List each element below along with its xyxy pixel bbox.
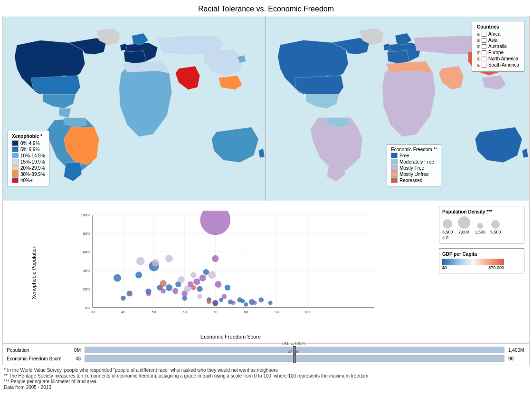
checkbox-4[interactable]: [482, 57, 486, 61]
bottom-section: Xenophobic Population Economic Freedom S…: [2, 201, 530, 344]
bubble-27[interactable]: [200, 275, 206, 281]
checkbox-5[interactable]: [482, 63, 486, 68]
population-slider-row: Population 0M 0M..1,400M 1,400M: [3, 346, 529, 354]
bubble-34[interactable]: [212, 300, 218, 306]
checkbox-3[interactable]: [482, 50, 486, 55]
bubble-37[interactable]: [222, 294, 227, 299]
bubble-24[interactable]: [193, 279, 200, 285]
color-swatch-6: [12, 177, 19, 183]
checkbox-0[interactable]: [482, 32, 486, 37]
y-tick-60: 60%: [83, 250, 90, 254]
footnote-3: *** People per square kilometer of land …: [4, 379, 528, 384]
checkbox-2[interactable]: [482, 44, 486, 49]
xenophobic-legend-title: Xenophobic *: [12, 134, 45, 139]
footnote-1: * In the World Value Survey, people who …: [4, 368, 528, 373]
scatter-legend-area: Population Density *** 3,500 7,000 1,500: [434, 201, 529, 343]
scatter-svg: 100% 80% 60% 40% 20% 0% 30 40 50 60 70 8…: [29, 211, 429, 324]
density-label-1500: 1,500: [475, 230, 486, 234]
color-swatch-1: [12, 146, 19, 152]
econ-handle-center[interactable]: 43..90: [293, 355, 296, 363]
country-item-3[interactable]: ⊞ Europe: [477, 50, 519, 55]
country-item-5[interactable]: ⊞ South America: [477, 62, 519, 68]
econ-color-2: [391, 165, 398, 171]
econ-max-label: 90: [506, 356, 525, 361]
bubble-3[interactable]: [127, 291, 133, 296]
density-bubble-0: [442, 236, 445, 239]
expand-icon-5: ⊞: [477, 63, 481, 68]
country-label-0: Africa: [488, 31, 501, 37]
bubble-5[interactable]: [136, 257, 145, 265]
legend-item-2: 10%-14.9%: [12, 153, 45, 158]
bubble-31[interactable]: [208, 271, 216, 279]
legend-item-1: 5%-9.9%: [12, 146, 45, 152]
checkbox-1[interactable]: [482, 38, 486, 43]
density-label-0: 0: [446, 235, 448, 240]
color-swatch-0: [12, 140, 19, 146]
bubble-12[interactable]: [160, 280, 166, 287]
bubble-13[interactable]: [166, 284, 172, 291]
bubble-4[interactable]: [135, 271, 142, 278]
legend-label-6: 40%+: [20, 178, 33, 183]
country-item-0[interactable]: ⊞ Africa: [477, 31, 519, 37]
bubble-40[interactable]: [231, 300, 236, 305]
bubble-15[interactable]: [172, 288, 178, 294]
bubble-35[interactable]: [215, 281, 221, 288]
chart-title: Racial Tolerance vs. Economic Freedom: [0, 0, 532, 16]
bubble-46[interactable]: [258, 297, 264, 302]
color-swatch-5: [12, 171, 19, 177]
density-bubble-3500: [443, 219, 452, 229]
econ-center-value: 43..90: [287, 349, 299, 354]
bubble-1[interactable]: [114, 274, 121, 282]
econ-label-4: Repressed: [399, 178, 422, 183]
bubble-17[interactable]: [178, 276, 185, 283]
econ-color-1: [391, 159, 398, 165]
bubble-43[interactable]: [244, 302, 248, 307]
bubble-2[interactable]: [121, 296, 126, 301]
legend-item-0: 0%-4.9%: [12, 140, 45, 146]
bubble-9[interactable]: [152, 259, 160, 267]
econ-label-1: Moderately Free: [399, 159, 434, 165]
bubble-45[interactable]: [253, 300, 257, 305]
country-label-4: North America: [488, 56, 518, 61]
country-item-4[interactable]: ⊞ North America: [477, 56, 519, 61]
expand-icon-0: ⊞: [477, 32, 481, 37]
legend-pop-density: Population Density *** 3,500 7,000 1,500: [439, 206, 524, 243]
country-label-1: Asia: [488, 38, 497, 43]
main-container: Racial Tolerance vs. Economic Freedom: [0, 0, 532, 407]
color-swatch-2: [12, 153, 19, 158]
bubble-32[interactable]: [212, 255, 218, 262]
x-tick-30: 30: [90, 310, 95, 314]
legend-label-3: 15%-19.9%: [20, 159, 45, 165]
expand-icon-2: ⊞: [477, 44, 481, 49]
econ-label-0: Free: [399, 153, 409, 158]
legend-label-1: 5%-9.9%: [20, 147, 40, 152]
bubble-38[interactable]: [225, 285, 230, 291]
bubble-india-large[interactable]: [200, 211, 230, 235]
x-tick-50: 50: [152, 310, 156, 314]
footnotes: * In the World Value Survey, people who …: [4, 367, 528, 390]
bubble-25[interactable]: [197, 286, 202, 291]
econ-slider-row: Economic Freedom Score 43 43..90 90: [3, 354, 529, 363]
country-item-2[interactable]: ⊞ Australia: [477, 44, 519, 49]
gdp-min: $0: [442, 265, 447, 270]
bubble-26[interactable]: [197, 294, 202, 299]
bubble-42[interactable]: [240, 299, 245, 303]
bubble-7[interactable]: [146, 291, 151, 296]
bubble-28[interactable]: [203, 269, 209, 275]
bubble-47[interactable]: [268, 300, 273, 305]
legend-item-5: 30%-39.9%: [12, 171, 45, 177]
country-item-1[interactable]: ⊞ Asia: [477, 38, 519, 43]
bubble-11[interactable]: [161, 289, 166, 294]
bubble-14[interactable]: [165, 255, 173, 262]
legend-item-4: 20%-29.9%: [12, 165, 45, 171]
legend-item-6: 40%+: [12, 177, 45, 183]
x-tick-90: 90: [275, 310, 279, 314]
bubble-22[interactable]: [191, 285, 196, 291]
color-swatch-4: [12, 165, 19, 171]
econ-slider-bar[interactable]: 43..90: [85, 355, 504, 362]
bubble-30[interactable]: [207, 300, 211, 304]
bubble-23[interactable]: [190, 272, 196, 278]
sliders-section: Population 0M 0M..1,400M 1,400M Economic…: [2, 344, 530, 365]
pop-density-title: Population Density ***: [442, 209, 521, 214]
y-tick-20: 20%: [83, 287, 90, 291]
